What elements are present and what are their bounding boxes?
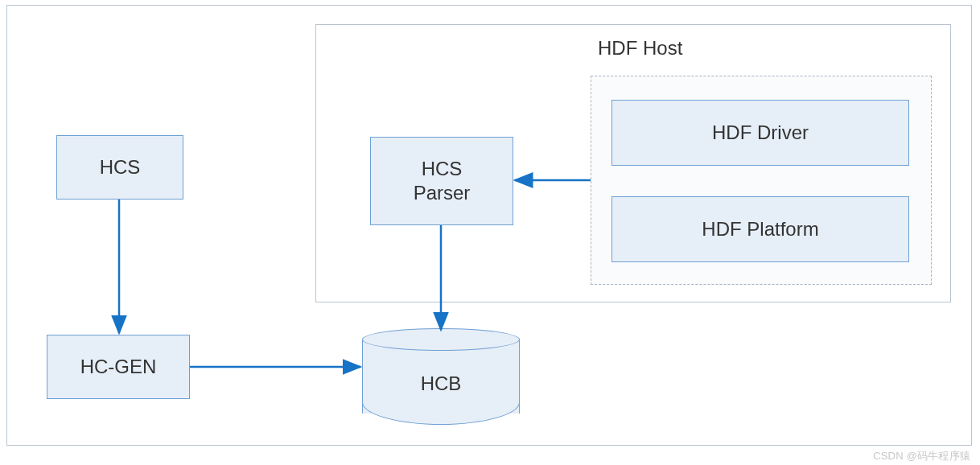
hcb-cylinder-bottom: [362, 402, 520, 425]
hcb-label: HCB: [362, 372, 520, 395]
hcs-node: HCS: [56, 135, 183, 200]
hcs-parser-label: HCS Parser: [414, 157, 471, 205]
hcs-label: HCS: [100, 155, 141, 179]
hcb-datastore: HCB: [362, 328, 520, 425]
hdf-driver-node: HDF Driver: [611, 100, 909, 166]
hdf-driver-label: HDF Driver: [712, 121, 809, 145]
hcgen-label: HC-GEN: [80, 355, 157, 379]
hcs-parser-node: HCS Parser: [370, 137, 513, 225]
watermark-text: CSDN @码牛程序猿: [873, 449, 970, 463]
hdf-host-title: HDF Host: [598, 37, 682, 60]
hdf-platform-node: HDF Platform: [611, 196, 909, 262]
hcgen-node: HC-GEN: [47, 335, 190, 399]
hdf-platform-label: HDF Platform: [702, 217, 818, 241]
hcb-cylinder-top: [362, 328, 520, 351]
